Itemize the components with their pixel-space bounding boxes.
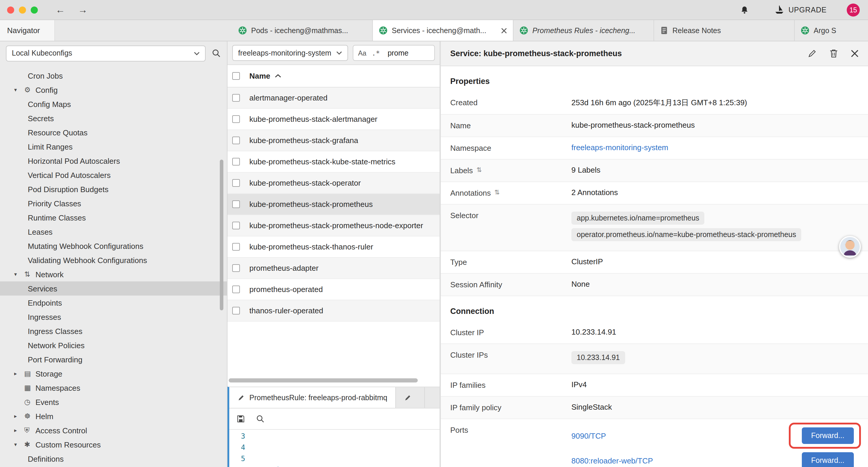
close-drawer-icon[interactable] [851, 50, 859, 57]
row-checkbox[interactable] [232, 286, 240, 293]
port-forward-button[interactable]: Forward... [802, 452, 854, 467]
port-link[interactable]: 9090/TCP [571, 431, 606, 440]
sidebar-item[interactable]: Ingress Classes [0, 324, 227, 338]
app-tab[interactable]: Argo S [795, 20, 868, 41]
notification-count-badge[interactable]: 15 [847, 3, 860, 16]
row-checkbox[interactable] [232, 115, 240, 123]
service-row[interactable]: prometheus-operated [227, 279, 440, 300]
save-icon[interactable] [236, 414, 245, 423]
sort-ascending-icon[interactable] [275, 74, 282, 78]
zoom-window-button[interactable] [31, 6, 38, 13]
row-checkbox[interactable] [232, 94, 240, 102]
sidebar-item[interactable]: Vertical Pod Autoscalers [0, 168, 227, 182]
chevron-right-icon[interactable]: ▸ [14, 371, 24, 377]
sidebar-item[interactable]: Leases [0, 225, 227, 239]
chevron-right-icon[interactable]: ▸ [14, 428, 24, 433]
property-row: Type ClusterIP [441, 251, 868, 274]
service-row[interactable]: thanos-ruler-operated [227, 300, 440, 322]
row-checkbox[interactable] [232, 307, 240, 315]
sidebar-item[interactable]: ▸ ⛨ Access Control [0, 423, 227, 437]
row-checkbox[interactable] [232, 200, 240, 208]
select-all-checkbox[interactable] [232, 72, 240, 80]
sidebar-item[interactable]: Config Maps [0, 97, 227, 111]
sidebar-scrollbar[interactable] [220, 159, 223, 310]
port-forward-button[interactable]: Forward... [802, 428, 854, 444]
sidebar-item[interactable]: Services [0, 282, 227, 296]
app-tab[interactable]: Pods - icecheng@mathmas... [232, 20, 373, 41]
service-row[interactable]: kube-prometheus-stack-alertmanager [227, 109, 440, 130]
sidebar-item[interactable]: Pod Disruption Budgets [0, 182, 227, 196]
close-tab-icon[interactable] [501, 28, 507, 33]
sidebar-item[interactable]: ◷ Events [0, 395, 227, 409]
chevron-down-icon[interactable]: ▾ [14, 442, 24, 447]
chevron-down-icon[interactable]: ▾ [14, 271, 24, 277]
property-link[interactable]: freeleaps-monitoring-system [571, 143, 668, 152]
name-column-header[interactable]: Name [249, 71, 270, 80]
edit-service-icon[interactable] [808, 49, 816, 58]
sidebar-item[interactable]: Definitions [0, 451, 227, 466]
back-button[interactable]: ← [56, 5, 65, 14]
sidebar-item[interactable]: Horizontal Pod Autoscalers [0, 154, 227, 168]
namespace-select[interactable]: freeleaps-monitoring-system [232, 45, 348, 61]
row-checkbox[interactable] [232, 179, 240, 187]
close-window-button[interactable] [7, 6, 14, 13]
sidebar-item[interactable]: Limit Ranges [0, 140, 227, 154]
minimize-window-button[interactable] [19, 6, 26, 13]
sidebar-item[interactable]: Mutating Webhook Configurations [0, 239, 227, 253]
upgrade-button[interactable]: UPGRADE [774, 4, 827, 15]
sidebar-item[interactable]: ▾ ⚙ Config [0, 83, 227, 97]
forward-button[interactable]: → [78, 5, 88, 14]
match-case-toggle[interactable]: Aa [358, 49, 366, 56]
service-row[interactable]: kube-prometheus-stack-prometheus [227, 194, 440, 215]
app-tab[interactable]: Prometheus Rules - icecheng... [514, 20, 654, 41]
sidebar-item[interactable]: Validating Webhook Configurations [0, 253, 227, 267]
row-checkbox[interactable] [232, 137, 240, 144]
row-checkbox[interactable] [232, 222, 240, 229]
dock-tab[interactable] [396, 387, 425, 408]
search-input[interactable]: prome [388, 49, 409, 57]
sort-toggle-icon[interactable]: ⇅ [476, 166, 482, 174]
sidebar-item[interactable]: Endpoints [0, 296, 227, 310]
service-row[interactable]: kube-prometheus-stack-grafana [227, 130, 440, 151]
app-tab[interactable]: Release Notes [654, 20, 795, 41]
sort-toggle-icon[interactable]: ⇅ [494, 188, 500, 196]
port-link[interactable]: 8080:reloader-web/TCP [571, 456, 653, 465]
sidebar-item[interactable]: ▾ ⇅ Network [0, 267, 227, 282]
row-checkbox[interactable] [232, 158, 240, 166]
service-row[interactable]: kube-prometheus-stack-kube-state-metrics [227, 151, 440, 173]
sidebar-item[interactable]: Priority Classes [0, 196, 227, 210]
app-tab[interactable]: Services - icecheng@math... [373, 20, 514, 41]
row-checkbox[interactable] [232, 243, 240, 251]
table-horizontal-scrollbar[interactable] [229, 378, 418, 382]
row-checkbox[interactable] [232, 264, 240, 272]
sidebar-item[interactable]: ▸ ▤ Storage [0, 367, 227, 381]
service-row[interactable]: kube-prometheus-stack-operator [227, 173, 440, 194]
sidebar-item[interactable]: Network Policies [0, 338, 227, 352]
sidebar-item[interactable]: ▾ ✱ Custom Resources [0, 437, 227, 451]
yaml-editor[interactable]: 345121314 metadata: annotations: kubectl… [229, 430, 440, 467]
regex-toggle[interactable]: .* [372, 49, 380, 57]
chevron-right-icon[interactable]: ▸ [14, 413, 24, 419]
notifications-bell-icon[interactable] [740, 5, 749, 14]
sidebar-item[interactable]: ▦ Namespaces [0, 381, 227, 395]
service-row[interactable]: kube-prometheus-stack-thanos-ruler [227, 236, 440, 258]
dock-tab[interactable]: PrometheusRule: freeleaps-prod-rabbitmq [229, 387, 396, 408]
search-box[interactable]: Aa .* prome [353, 45, 435, 61]
service-row[interactable]: kube-prometheus-stack-prometheus-node-ex… [227, 215, 440, 236]
delete-service-icon[interactable] [830, 49, 838, 58]
sidebar-item[interactable]: Cron Jobs [0, 68, 227, 83]
search-icon[interactable] [212, 49, 221, 58]
sidebar-item[interactable]: Secrets [0, 111, 227, 125]
sidebar-item[interactable]: Port Forwarding [0, 352, 227, 367]
service-row[interactable]: prometheus-adapter [227, 258, 440, 279]
kubeconfig-select[interactable]: Local Kubeconfigs [6, 45, 206, 61]
sidebar-item[interactable]: Runtime Classes [0, 210, 227, 225]
sidebar-item-label: Storage [35, 369, 62, 378]
assistant-avatar[interactable] [839, 236, 861, 258]
chevron-down-icon[interactable]: ▾ [14, 87, 24, 93]
service-row[interactable]: alertmanager-operated [227, 87, 440, 109]
sidebar-item[interactable]: ▸ ☸ Helm [0, 409, 227, 423]
sidebar-item[interactable]: Ingresses [0, 310, 227, 324]
sidebar-item[interactable]: Resource Quotas [0, 125, 227, 140]
editor-search-icon[interactable] [256, 414, 265, 423]
